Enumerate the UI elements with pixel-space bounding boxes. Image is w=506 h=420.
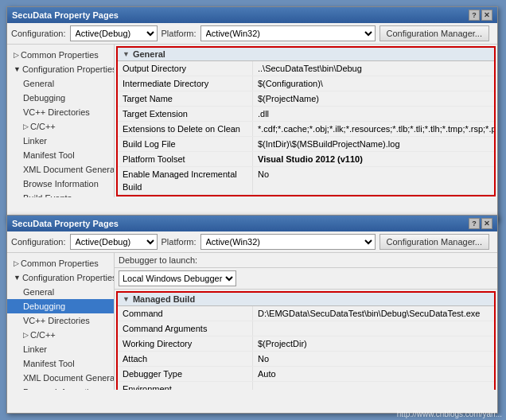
sidebar-item-vc[interactable]: VC++ Directories: [7, 105, 114, 119]
window1-title: SecuData Property Pages: [12, 10, 119, 20]
managed-build-section: ▼ Managed Build Command D:\EMGData\SecuD…: [116, 291, 496, 390]
sidebar-item-xml[interactable]: XML Document Generat...: [7, 371, 114, 385]
debugger-row: Debugger to launch:: [115, 253, 497, 268]
window2-titlebar: SecuData Property Pages ? ✕: [7, 216, 497, 231]
sidebar-item-browse[interactable]: Browse Information: [7, 177, 114, 191]
config-mgr-button[interactable]: Configuration Manager...: [380, 25, 489, 41]
platform-select[interactable]: Active(Win32): [200, 234, 376, 250]
config-mgr-button[interactable]: Configuration Manager...: [380, 234, 489, 250]
sidebar-label: Common Properties: [21, 49, 99, 61]
help-button[interactable]: ?: [469, 218, 480, 229]
prop-name: Command: [118, 306, 253, 321]
prop-row-output[interactable]: Output Directory ..\SecuDataTest\bin\Deb…: [118, 61, 494, 76]
sidebar-item-common[interactable]: ▷ Common Properties: [7, 48, 114, 62]
prop-name: Debugger Type: [118, 367, 253, 381]
prop-name: Environment: [118, 382, 253, 390]
expand-icon: ▷: [23, 120, 29, 133]
prop-row-target-ext[interactable]: Target Extension .dll: [118, 107, 494, 122]
window2-toolbar: Configuration: Active(Debug) Platform: A…: [7, 231, 497, 253]
window1: SecuData Property Pages ? ✕ Configuratio…: [6, 6, 498, 221]
expand-icon: ▷: [14, 49, 19, 61]
prop-name: Build Log File: [118, 137, 253, 151]
config-label: Configuration:: [11, 29, 66, 38]
prop-name: Enable Managed Incremental Build: [118, 167, 253, 194]
prop-row-environment[interactable]: Environment: [118, 382, 494, 390]
sidebar-item-debugging[interactable]: Debugging: [7, 91, 114, 105]
sidebar-item-vc[interactable]: VC++ Directories: [7, 313, 114, 328]
debug-prop-table: Command D:\EMGData\SecuDataTest\bin\Debu…: [118, 306, 494, 390]
sidebar-item-manifest[interactable]: Manifest Tool: [7, 356, 114, 371]
prop-value: No: [253, 352, 494, 366]
sidebar-item-config[interactable]: ▼ Configuration Properties: [7, 62, 114, 76]
sidebar-item-browse[interactable]: Browse Information: [7, 385, 114, 390]
prop-value: $(ProjectName): [253, 91, 494, 106]
sidebar-item-debugging[interactable]: Debugging: [7, 299, 114, 313]
sidebar-label: C/C++: [30, 120, 56, 133]
window2-title: SecuData Property Pages: [12, 219, 119, 228]
sidebar-item-linker[interactable]: Linker: [7, 342, 114, 356]
prop-name: Target Extension: [118, 107, 253, 121]
debugger-label: Debugger to launch:: [119, 255, 197, 265]
prop-row-platform-toolset[interactable]: Platform Toolset Visual Studio 2012 (v11…: [118, 152, 494, 167]
sidebar-item-general[interactable]: General: [7, 285, 114, 299]
expand-icon: ▷: [14, 257, 19, 270]
prop-value: [253, 321, 494, 336]
prop-name: Attach: [118, 352, 253, 366]
expand-icon: ▷: [23, 329, 29, 341]
sidebar-item-cpp[interactable]: ▷ C/C++: [7, 119, 114, 134]
prop-value: [253, 382, 494, 390]
prop-row-working-dir[interactable]: Working Directory $(ProjectDir): [118, 336, 494, 352]
expand-icon: ▼: [14, 271, 21, 284]
managed-build-label: Managed Build: [133, 294, 195, 304]
window2-right-panel: Debugger to launch: Local Windows Debugg…: [115, 253, 497, 390]
window1-sidebar: ▷ Common Properties ▼ Configuration Prop…: [7, 45, 115, 197]
prop-row-target-name[interactable]: Target Name $(ProjectName): [118, 91, 494, 107]
sidebar-item-common[interactable]: ▷ Common Properties: [7, 256, 114, 270]
close-button[interactable]: ✕: [481, 10, 492, 21]
prop-name: Command Arguments: [118, 321, 253, 336]
platform-label: Platform:: [162, 29, 197, 38]
watermark: http://www.cnblogs.com/yan...: [397, 410, 502, 418]
prop-value: $(ProjectDir): [253, 336, 494, 351]
debugger-select[interactable]: Local Windows Debugger: [119, 270, 236, 286]
prop-row-debugger-type[interactable]: Debugger Type Auto: [118, 367, 494, 382]
sidebar-label: Common Properties: [21, 257, 99, 270]
window1-right-panel: ▼ General Output Directory ..\SecuDataTe…: [115, 45, 497, 197]
window1-controls: ? ✕: [469, 10, 492, 21]
window1-toolbar: Configuration: Active(Debug) Platform: A…: [7, 23, 497, 45]
prop-value: D:\EMGData\SecuDataTest\bin\Debug\SecuDa…: [253, 306, 494, 321]
config-label: Configuration:: [11, 237, 66, 247]
sidebar-item-build-events[interactable]: Build Events: [7, 191, 114, 197]
window2: SecuData Property Pages ? ✕ Configuratio…: [6, 215, 498, 414]
prop-row-intermediate[interactable]: Intermediate Directory $(Configuration)\: [118, 76, 494, 91]
config-select[interactable]: Active(Debug): [70, 234, 158, 250]
prop-value: .dll: [253, 107, 494, 121]
sidebar-item-xml[interactable]: XML Document Generat...: [7, 162, 114, 177]
prop-row-command[interactable]: Command D:\EMGData\SecuDataTest\bin\Debu…: [118, 306, 494, 321]
prop-row-attach[interactable]: Attach No: [118, 352, 494, 367]
sidebar-label: Configuration Properties: [22, 63, 115, 76]
sidebar-item-cpp[interactable]: ▷ C/C++: [7, 328, 114, 342]
config-select[interactable]: Active(Debug): [70, 25, 158, 41]
prop-name: Extensions to Delete on Clean: [118, 122, 253, 136]
prop-row-build-log[interactable]: Build Log File $(IntDir)\$(MSBuildProjec…: [118, 137, 494, 152]
general-section-box: ▼ General Output Directory ..\SecuDataTe…: [116, 46, 496, 196]
sidebar-label: C/C++: [30, 329, 56, 341]
sidebar-item-config[interactable]: ▼ Configuration Properties: [7, 270, 114, 285]
prop-name: Target Name: [118, 91, 253, 106]
sidebar-item-general[interactable]: General: [7, 76, 114, 91]
platform-select[interactable]: Active(Win32): [200, 25, 376, 41]
prop-row-extensions[interactable]: Extensions to Delete on Clean *.cdf;*.ca…: [118, 122, 494, 137]
prop-row-managed-incremental[interactable]: Enable Managed Incremental Build No: [118, 167, 494, 195]
prop-value: Visual Studio 2012 (v110): [253, 152, 494, 166]
sidebar-label: Configuration Properties: [22, 271, 115, 284]
prop-row-cmd-args[interactable]: Command Arguments: [118, 321, 494, 336]
help-button[interactable]: ?: [469, 10, 480, 21]
sidebar-item-manifest[interactable]: Manifest Tool: [7, 148, 114, 162]
close-button[interactable]: ✕: [481, 218, 492, 229]
prop-value: Auto: [253, 367, 494, 381]
sidebar-item-linker[interactable]: Linker: [7, 134, 114, 148]
prop-value: $(IntDir)\$(MSBuildProjectName).log: [253, 137, 494, 151]
general-section-label: General: [133, 49, 165, 59]
expand-icon: ▼: [14, 63, 21, 76]
